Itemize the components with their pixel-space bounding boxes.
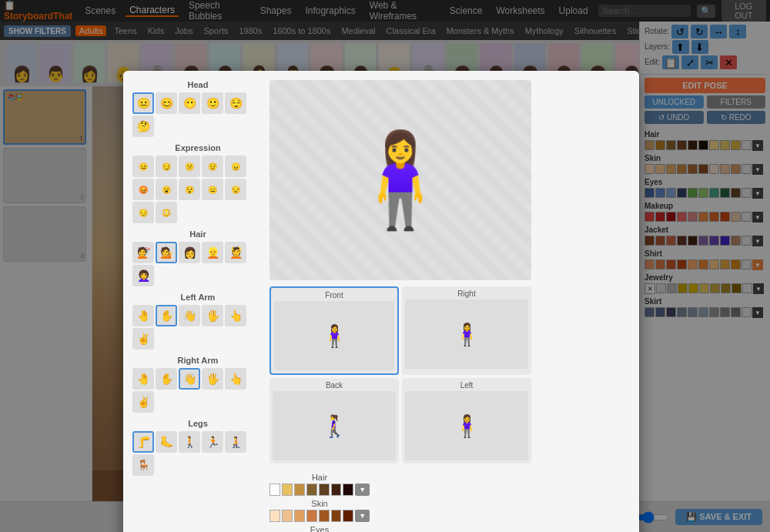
head-part-4[interactable]: 🙂 (202, 92, 223, 114)
hair-2[interactable]: 💁 (156, 242, 177, 263)
legs-2[interactable]: 🦶 (156, 431, 177, 453)
legs-label: Legs (132, 419, 263, 428)
character-large-preview: 🧍‍♀️ (270, 80, 531, 280)
left-arm-section: Left Arm 🤚 ✋ 👋 🖐 👆 ✌ (132, 293, 263, 350)
hair-parts-grid: 💇 💁 👩 👱 💆 👩‍🦱 (132, 242, 263, 286)
hair-3[interactable]: 👩 (179, 242, 200, 263)
expression-label: Expression (132, 143, 263, 152)
m-hair-4[interactable] (306, 483, 317, 496)
hair-4[interactable]: 👱 (202, 242, 223, 263)
left-arm-parts-grid: 🤚 ✋ 👋 🖐 👆 ✌ (132, 305, 263, 350)
larm-5[interactable]: 👆 (225, 305, 246, 326)
m-hair-7[interactable] (343, 483, 353, 496)
front-view[interactable]: Front 🧍‍♀️ (270, 286, 399, 375)
legs-5[interactable]: 🧎 (225, 431, 246, 453)
rarm-2[interactable]: ✋ (156, 368, 177, 390)
expr-7[interactable]: 😮 (156, 179, 177, 200)
m-skin-dd[interactable]: ▼ (355, 510, 370, 522)
hair-section: Hair 💇 💁 👩 👱 💆 👩‍🦱 (132, 229, 263, 286)
modal-hair-label: Hair (270, 473, 370, 482)
front-view-img: 🧍‍♀️ (274, 301, 394, 370)
left-view[interactable]: Left 🧍‍♀️ (402, 378, 531, 463)
back-view[interactable]: Back 🚶‍♀️ (270, 378, 399, 463)
legs-4[interactable]: 🏃 (202, 431, 223, 453)
m-hair-dd[interactable]: ▼ (355, 483, 370, 496)
modal-skin-label: Skin (270, 499, 370, 508)
body-parts-panel: Head 😐 😊 😶 🙂 😌 🤔 Expression 😐 😏 😕 (132, 80, 263, 482)
hair-6[interactable]: 👩‍🦱 (132, 265, 154, 286)
head-part-3[interactable]: 😶 (179, 92, 200, 114)
left-view-img: 🧍‍♀️ (405, 391, 528, 460)
rarm-1[interactable]: 🤚 (132, 368, 154, 390)
m-skin-6[interactable] (331, 510, 342, 522)
expr-1[interactable]: 😐 (132, 156, 154, 177)
larm-3[interactable]: 👋 (179, 305, 200, 326)
expr-3[interactable]: 😕 (179, 156, 200, 177)
m-skin-1[interactable] (270, 510, 280, 522)
legs-1[interactable]: 🦵 (132, 431, 154, 453)
modal-skin-colors: ▼ (270, 510, 370, 522)
legs-parts-grid: 🦵 🦶 🚶 🏃 🧎 🪑 (132, 431, 263, 476)
m-skin-7[interactable] (343, 510, 353, 522)
expr-11[interactable]: 😔 (132, 202, 154, 223)
m-hair-2[interactable] (282, 483, 293, 496)
expr-9[interactable]: 😑 (202, 179, 223, 200)
m-skin-5[interactable] (319, 510, 330, 522)
larm-1[interactable]: 🤚 (132, 305, 154, 326)
expr-5[interactable]: 😠 (225, 156, 246, 177)
larm-4[interactable]: 🖐 (202, 305, 223, 326)
hair-label: Hair (132, 229, 263, 239)
legs-section: Legs 🦵 🦶 🚶 🏃 🧎 🪑 (132, 419, 263, 476)
head-part-5[interactable]: 😌 (225, 92, 246, 114)
expr-4[interactable]: 😟 (202, 156, 223, 177)
right-arm-parts-grid: 🤚 ✋ 👋 🖐 👆 ✌ (132, 368, 263, 413)
expr-12[interactable]: 😳 (156, 202, 177, 223)
m-skin-4[interactable] (306, 510, 317, 522)
legs-6[interactable]: 🪑 (132, 454, 154, 476)
expr-10[interactable]: 😒 (225, 179, 246, 200)
pose-editor-modal: Head 😐 😊 😶 🙂 😌 🤔 Expression 😐 😏 😕 (123, 71, 639, 532)
legs-3[interactable]: 🚶 (179, 431, 200, 453)
modal-color-panel: Hair ▼ Skin ▼ (270, 470, 370, 532)
left-arm-label: Left Arm (132, 293, 263, 302)
expr-8[interactable]: 😯 (179, 179, 200, 200)
character-preview-panel: 🧍‍♀️ Front 🧍‍♀️ Right 🧍‍♀️ Back 🚶‍♀️ Lef… (270, 80, 531, 470)
head-parts-grid: 😐 😊 😶 🙂 😌 🤔 (132, 92, 263, 137)
expr-6[interactable]: 😡 (132, 179, 154, 200)
hair-1[interactable]: 💇 (132, 242, 154, 263)
head-part-1[interactable]: 😐 (132, 92, 154, 114)
head-part-2[interactable]: 😊 (156, 92, 177, 114)
rarm-3[interactable]: 👋 (179, 368, 200, 390)
head-section: Head 😐 😊 😶 🙂 😌 🤔 (132, 80, 263, 137)
right-view-img: 🧍‍♀️ (405, 299, 528, 369)
rarm-5[interactable]: 👆 (225, 368, 246, 390)
rarm-6[interactable]: ✌ (132, 391, 154, 413)
head-part-6[interactable]: 🤔 (132, 115, 154, 137)
expression-parts-grid: 😐 😏 😕 😟 😠 😡 😮 😯 😑 😒 😔 😳 (132, 156, 263, 223)
back-view-img: 🚶‍♀️ (273, 391, 396, 460)
expr-2[interactable]: 😏 (156, 156, 177, 177)
m-hair-3[interactable] (294, 483, 305, 496)
m-skin-3[interactable] (294, 510, 305, 522)
right-view[interactable]: Right 🧍‍♀️ (402, 286, 531, 375)
pose-views-grid: Front 🧍‍♀️ Right 🧍‍♀️ Back 🚶‍♀️ Left 🧍‍♀… (270, 286, 531, 463)
character-figure: 🧍‍♀️ (343, 126, 458, 235)
expression-section: Expression 😐 😏 😕 😟 😠 😡 😮 😯 😑 😒 😔 😳 (132, 143, 263, 223)
larm-2[interactable]: ✋ (156, 305, 177, 326)
head-label: Head (132, 80, 263, 89)
rarm-4[interactable]: 🖐 (202, 368, 223, 390)
right-arm-section: Right Arm 🤚 ✋ 👋 🖐 👆 ✌ (132, 356, 263, 413)
hair-5[interactable]: 💆 (225, 242, 246, 263)
m-hair-1[interactable] (270, 483, 280, 496)
modal-eyes-label: Eyes (270, 525, 370, 532)
modal-hair-colors: ▼ (270, 483, 370, 496)
larm-6[interactable]: ✌ (132, 328, 154, 350)
m-hair-6[interactable] (331, 483, 342, 496)
right-arm-label: Right Arm (132, 356, 263, 365)
m-hair-5[interactable] (319, 483, 330, 496)
m-skin-2[interactable] (282, 510, 293, 522)
